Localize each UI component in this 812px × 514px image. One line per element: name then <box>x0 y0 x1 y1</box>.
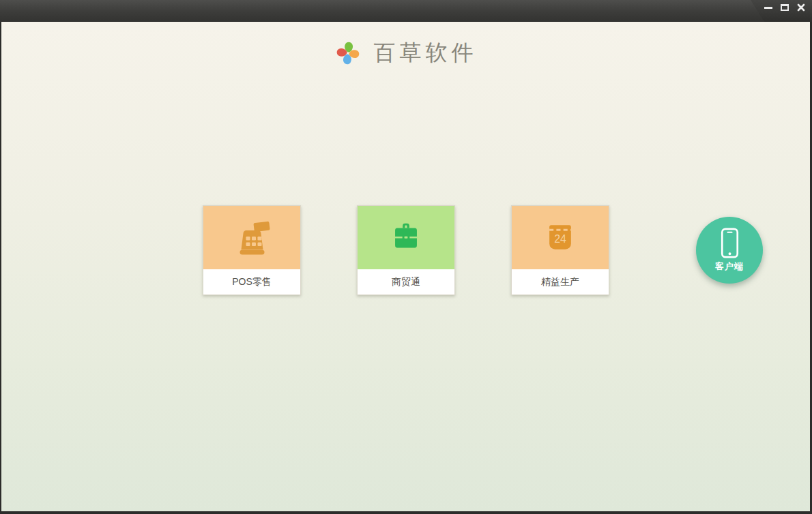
product-tile-lean-production: 24 <box>512 206 609 269</box>
close-icon <box>797 3 805 12</box>
product-label-lean-production: 精益生产 <box>512 269 609 294</box>
minimize-icon <box>764 7 772 9</box>
smartphone-icon <box>721 228 739 258</box>
pinwheel-logo-icon <box>334 40 362 67</box>
product-label-trade: 商贸通 <box>358 269 454 294</box>
calendar-icon: 24 <box>541 219 579 257</box>
product-card-trade[interactable]: 商贸通 <box>357 205 455 295</box>
maximize-button[interactable] <box>780 2 789 13</box>
main-content: 百草软件 <box>0 22 812 514</box>
client-button-label: 客户端 <box>715 260 744 273</box>
calendar-day-number: 24 <box>554 233 566 245</box>
title-bar <box>0 0 812 22</box>
app-window: 百草软件 <box>0 0 812 514</box>
product-label-pos-retail: POS零售 <box>203 269 300 294</box>
client-button[interactable]: 客户端 <box>696 217 763 284</box>
maximize-icon <box>781 4 789 11</box>
product-card-lean-production[interactable]: 24 精益生产 <box>511 205 609 295</box>
brand: 百草软件 <box>1 38 810 68</box>
close-button[interactable] <box>796 2 806 13</box>
product-tile-trade <box>358 206 454 269</box>
minimize-button[interactable] <box>764 2 773 13</box>
window-controls <box>764 2 806 13</box>
product-card-pos-retail[interactable]: POS零售 <box>203 205 301 295</box>
cash-register-icon <box>231 217 272 258</box>
briefcase-icon <box>386 218 426 258</box>
app-name: 百草软件 <box>374 38 478 68</box>
product-tile-pos-retail <box>203 206 300 269</box>
